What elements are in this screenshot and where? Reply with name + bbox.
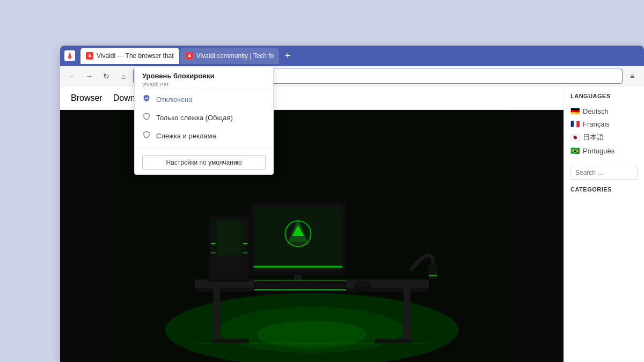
shield-active-icon — [142, 94, 151, 105]
tab-vivaldi[interactable]: Vivaldi — The browser that — [80, 48, 179, 64]
tab-bar: Vivaldi — The browser that Vivaldi commu… — [60, 46, 644, 66]
languages-title: LANGUAGES — [570, 93, 638, 99]
reload-button[interactable]: ↻ — [99, 69, 114, 84]
search-input[interactable] — [570, 166, 638, 180]
option-off-label: Отключена — [156, 95, 192, 104]
popup-header: Уровень блокировки vivaldi.net — [135, 67, 273, 90]
popup-divider — [140, 148, 268, 149]
language-portuguese[interactable]: 🇧🇷 Português — [570, 144, 638, 157]
label-francais: Français — [583, 120, 610, 128]
svg-rect-10 — [404, 288, 411, 343]
shield-tracking-icon — [142, 112, 151, 123]
svg-point-6 — [257, 321, 367, 348]
browser-window: Vivaldi — The browser that Vivaldi commu… — [60, 46, 644, 362]
categories-title: CATEGORIES — [570, 186, 638, 193]
popup-subtitle: vivaldi.net — [142, 81, 266, 87]
languages-section: LANGUAGES 🇩🇪 Deutsch 🇫🇷 Français 🇯🇵 日本語 … — [570, 93, 638, 157]
tab-community[interactable]: Vivaldi community | Tech fo — [180, 48, 280, 64]
popup-menu: Уровень блокировки vivaldi.net Отключена… — [134, 66, 274, 175]
popup-title: Уровень блокировки — [142, 72, 266, 80]
language-francais[interactable]: 🇫🇷 Français — [570, 117, 638, 130]
back-button[interactable]: ← — [64, 69, 79, 84]
svg-rect-30 — [257, 283, 345, 288]
svg-rect-24 — [253, 266, 342, 268]
default-settings-button[interactable]: Настройки по умолчанию — [142, 155, 266, 170]
tab-favicon-2 — [186, 52, 193, 60]
popup-option-ads[interactable]: Слежка и реклама — [135, 127, 273, 145]
popup-option-tracking[interactable]: Только слежка (Общая) — [135, 108, 273, 127]
sidebar: LANGUAGES 🇩🇪 Deutsch 🇫🇷 Français 🇯🇵 日本語 … — [564, 86, 644, 362]
flag-jp: 🇯🇵 — [570, 133, 580, 142]
svg-rect-38 — [195, 343, 429, 344]
svg-rect-36 — [429, 275, 437, 277]
nav-browser[interactable]: Browser — [71, 93, 103, 103]
popup-option-off[interactable]: Отключена — [135, 90, 273, 108]
option-tracking-label: Только слежка (Общая) — [156, 114, 233, 122]
menu-button[interactable]: ≡ — [625, 69, 640, 84]
svg-rect-35 — [429, 264, 437, 278]
home-button[interactable]: ⌂ — [116, 69, 131, 84]
flag-br: 🇧🇷 — [570, 146, 580, 155]
shield-ads-icon — [142, 130, 151, 141]
flag-fr: 🇫🇷 — [570, 120, 580, 128]
label-portuguese: Português — [583, 147, 614, 155]
svg-rect-37 — [254, 280, 346, 281]
language-japanese[interactable]: 🇯🇵 日本語 — [570, 130, 638, 144]
label-japanese: 日本語 — [583, 132, 604, 142]
svg-rect-29 — [254, 289, 346, 291]
new-tab-button[interactable]: + — [280, 48, 295, 63]
svg-rect-18 — [218, 222, 241, 254]
forward-button[interactable]: → — [82, 69, 97, 84]
vivaldi-logo[interactable] — [62, 48, 77, 63]
language-deutsch[interactable]: 🇩🇪 Deutsch — [570, 105, 638, 117]
tab-title-1: Vivaldi — The browser that — [97, 52, 174, 60]
flag-de: 🇩🇪 — [570, 107, 580, 115]
label-deutsch: Deutsch — [583, 107, 609, 115]
tab-title-2: Vivaldi community | Tech fo — [196, 52, 274, 60]
svg-rect-9 — [213, 288, 220, 343]
option-ads-label: Слежка и реклама — [156, 132, 216, 140]
tab-favicon-1 — [86, 52, 93, 60]
